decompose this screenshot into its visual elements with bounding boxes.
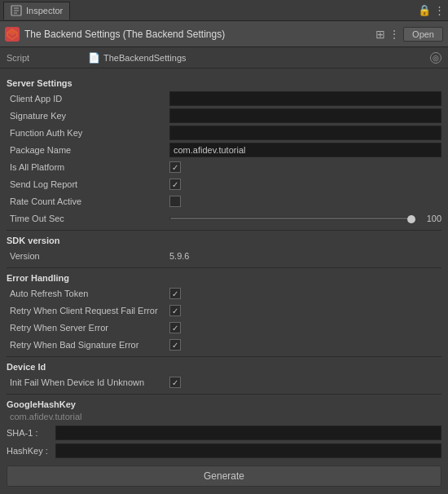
label-retry-bad-signature: Retry When Bad Signature Error: [7, 340, 169, 350]
google-sub-header: com.afidev.tutorial: [7, 412, 441, 421]
slider-thumb: [407, 215, 415, 223]
field-auto-refresh-token: Auto Refresh Token: [7, 285, 441, 302]
script-doc-icon: 📄: [88, 52, 100, 64]
field-retry-bad-signature: Retry When Bad Signature Error: [7, 337, 441, 353]
settings-icon[interactable]: ⊞: [376, 28, 385, 41]
input-client-app-id[interactable]: [169, 91, 441, 106]
field-client-app-id: Client App ID: [7, 90, 441, 107]
inspector-tab[interactable]: Inspector: [3, 2, 70, 20]
checkbox-retry-client-fail[interactable]: [169, 305, 181, 316]
header-title: The Backend Settings (The Backend Settin…: [24, 29, 371, 40]
generate-button[interactable]: Generate: [7, 465, 441, 487]
field-version: Version 5.9.6: [7, 248, 441, 264]
field-package-name: Package Name com.afidev.tutorial: [7, 142, 441, 158]
label-init-fail-device-id: Init Fail When Device Id Unknown: [7, 377, 169, 387]
object-icon: [5, 27, 20, 42]
checkbox-is-all-platform[interactable]: [169, 161, 181, 173]
hashkey-row: HashKey :: [7, 443, 441, 459]
checkbox-retry-bad-signature[interactable]: [169, 339, 181, 351]
script-label: Script: [7, 53, 88, 63]
title-tab-bar: Inspector 🔒 ⋮: [0, 0, 448, 21]
svg-marker-5: [7, 29, 17, 36]
field-retry-client-fail: Retry When Client Request Fail Error: [7, 302, 441, 319]
field-retry-server-error: Retry When Server Error: [7, 320, 441, 336]
script-value-text[interactable]: TheBackendSettings: [103, 53, 187, 63]
script-target-icon[interactable]: ◎: [430, 52, 441, 64]
slider-fill: [170, 218, 415, 219]
label-version: Version: [7, 251, 169, 261]
field-signature-key: Signature Key: [7, 108, 441, 124]
sha1-row: SHA-1 :: [7, 425, 441, 441]
label-function-auth-key: Function Auth Key: [7, 128, 169, 138]
label-retry-server-error: Retry When Server Error: [7, 323, 169, 333]
label-time-out-sec: Time Out Sec: [7, 214, 169, 223]
inspector-tab-icon: [11, 5, 22, 16]
google-hash-key-section: GoogleHashKey com.afidev.tutorial SHA-1 …: [7, 399, 441, 487]
sha1-input[interactable]: [55, 426, 441, 440]
inspector-tab-label: Inspector: [26, 6, 63, 15]
time-out-slider-track[interactable]: [169, 217, 415, 220]
hashkey-input[interactable]: [55, 443, 441, 458]
label-send-log-report: Send Log Report: [7, 179, 169, 189]
input-function-auth-key[interactable]: [169, 126, 441, 140]
divider-2: [7, 267, 441, 268]
field-is-all-platform: Is All Platform: [7, 159, 441, 175]
sdk-version-header: SDK version: [7, 236, 441, 245]
error-handling-header: Error Handling: [7, 273, 441, 283]
google-hash-key-header: GoogleHashKey: [7, 399, 441, 409]
label-package-name: Package Name: [7, 145, 169, 155]
field-init-fail-device-id: Init Fail When Device Id Unknown: [7, 374, 441, 390]
divider-4: [7, 394, 441, 395]
value-version: 5.9.6: [169, 251, 189, 261]
field-function-auth-key: Function Auth Key: [7, 125, 441, 141]
label-retry-client-fail: Retry When Client Request Fail Error: [7, 306, 169, 315]
dots-icon[interactable]: ⋮: [389, 28, 400, 41]
label-rate-count-active: Rate Count Active: [7, 196, 169, 206]
checkbox-auto-refresh-token[interactable]: [169, 288, 181, 299]
label-is-all-platform: Is All Platform: [7, 162, 169, 172]
header-row: The Backend Settings (The Backend Settin…: [0, 21, 448, 47]
server-settings-header: Server Settings: [7, 78, 441, 88]
open-button[interactable]: Open: [403, 27, 443, 42]
field-time-out-sec: Time Out Sec 100: [7, 210, 441, 227]
divider-1: [7, 230, 441, 231]
field-rate-count-active: Rate Count Active: [7, 193, 441, 210]
checkbox-rate-count-active[interactable]: [169, 196, 181, 207]
label-client-app-id: Client App ID: [7, 94, 169, 104]
checkbox-retry-server-error[interactable]: [169, 322, 181, 333]
header-actions: ⊞ ⋮ Open: [376, 27, 443, 42]
menu-icon[interactable]: ⋮: [434, 4, 445, 16]
device-id-header: Device Id: [7, 362, 441, 372]
value-package-name: com.afidev.tutorial: [169, 143, 441, 157]
title-bar-icons: 🔒 ⋮: [418, 4, 445, 16]
hashkey-label: HashKey :: [7, 446, 55, 456]
time-out-value: 100: [419, 214, 441, 223]
checkbox-init-fail-device-id[interactable]: [169, 377, 181, 388]
divider-3: [7, 356, 441, 357]
checkbox-send-log-report[interactable]: [169, 179, 181, 190]
sha1-label: SHA-1 :: [7, 428, 55, 438]
lock-icon[interactable]: 🔒: [418, 4, 431, 16]
script-row: Script 📄 TheBackendSettings ◎: [0, 47, 448, 68]
input-signature-key[interactable]: [169, 108, 441, 123]
label-signature-key: Signature Key: [7, 111, 169, 121]
main-content: Server Settings Client App ID Signature …: [0, 68, 448, 494]
label-auto-refresh-token: Auto Refresh Token: [7, 289, 169, 298]
script-value-container: 📄 TheBackendSettings: [88, 52, 187, 64]
field-send-log-report: Send Log Report: [7, 176, 441, 192]
